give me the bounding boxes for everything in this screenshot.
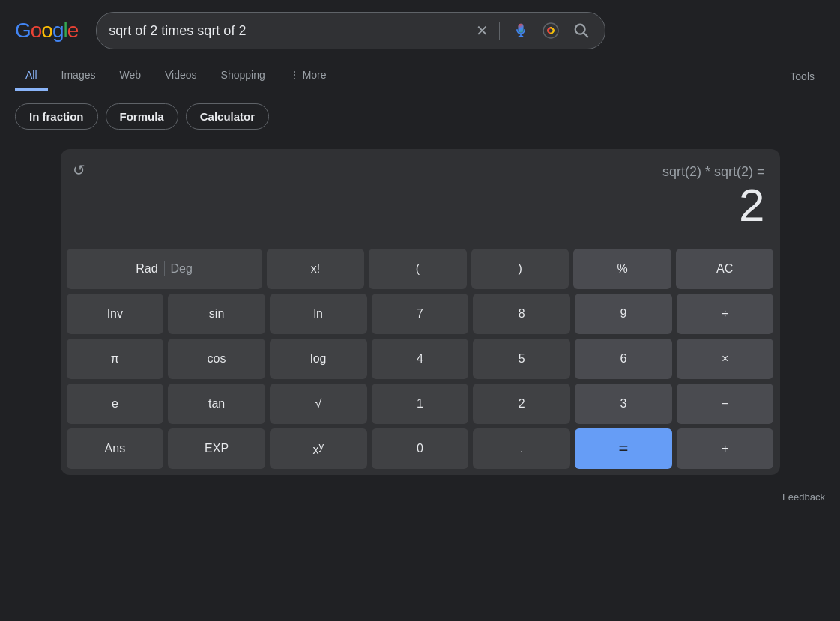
key-power[interactable]: xy <box>270 428 367 469</box>
calculator: ↺ sqrt(2) * sqrt(2) = 2 Rad Deg x! ( ) %… <box>46 149 795 475</box>
history-icon[interactable]: ↺ <box>73 161 85 179</box>
key-7[interactable]: 7 <box>372 294 469 334</box>
nav-item-web[interactable]: Web <box>109 61 151 91</box>
key-add[interactable]: + <box>677 428 774 469</box>
calc-keypad: Rad Deg x! ( ) % AC Inv sin ln 7 8 9 ÷ π… <box>61 243 780 475</box>
lens-button[interactable] <box>539 19 563 43</box>
key-row-4: e tan √ 1 2 3 − <box>67 384 774 424</box>
key-e[interactable]: e <box>67 384 164 424</box>
nav-item-shopping[interactable]: Shopping <box>211 61 276 91</box>
search-divider <box>499 22 500 40</box>
key-row-2: Inv sin ln 7 8 9 ÷ <box>67 294 774 334</box>
key-pi[interactable]: π <box>67 339 164 379</box>
key-row-3: π cos log 4 5 6 × <box>67 339 774 379</box>
key-inv[interactable]: Inv <box>67 294 164 334</box>
search-bar: ✕ <box>96 12 605 49</box>
key-8[interactable]: 8 <box>473 294 570 334</box>
key-multiply[interactable]: × <box>677 339 774 379</box>
key-subtract[interactable]: − <box>677 384 774 424</box>
mic-button[interactable] <box>510 20 531 41</box>
deg-label: Deg <box>171 262 193 276</box>
key-sin[interactable]: sin <box>168 294 265 334</box>
key-3[interactable]: 3 <box>575 384 672 424</box>
rad-deg-divider <box>164 261 165 276</box>
key-ac[interactable]: AC <box>676 249 774 289</box>
rad-deg-toggle[interactable]: Rad Deg <box>67 249 262 289</box>
nav-tools[interactable]: Tools <box>779 63 825 90</box>
nav-item-images[interactable]: Images <box>51 61 106 91</box>
key-5[interactable]: 5 <box>473 339 570 379</box>
key-4[interactable]: 4 <box>372 339 469 379</box>
key-exp[interactable]: EXP <box>168 428 265 469</box>
chip-in-fraction[interactable]: In fraction <box>15 103 98 130</box>
key-1[interactable]: 1 <box>372 384 469 424</box>
key-cos[interactable]: cos <box>168 339 265 379</box>
calc-expression: sqrt(2) * sqrt(2) = <box>76 161 765 180</box>
key-tan[interactable]: tan <box>168 384 265 424</box>
key-6[interactable]: 6 <box>575 339 672 379</box>
close-icon[interactable]: ✕ <box>476 22 489 40</box>
key-9[interactable]: 9 <box>575 294 672 334</box>
key-0[interactable]: 0 <box>372 428 469 469</box>
key-sqrt[interactable]: √ <box>270 384 367 424</box>
rad-label: Rad <box>136 262 157 276</box>
key-open-paren[interactable]: ( <box>369 249 467 289</box>
key-divide[interactable]: ÷ <box>677 294 774 334</box>
key-decimal[interactable]: . <box>473 428 570 469</box>
chip-formula[interactable]: Formula <box>106 103 178 130</box>
svg-point-2 <box>543 23 558 38</box>
svg-line-4 <box>584 33 588 37</box>
nav-item-all[interactable]: All <box>15 61 48 91</box>
key-2[interactable]: 2 <box>473 384 570 424</box>
key-row-1: Rad Deg x! ( ) % AC <box>67 249 774 289</box>
filter-bar: In fraction Formula Calculator <box>0 91 840 142</box>
calc-result: 2 <box>76 180 765 231</box>
header: Google ✕ <box>0 0 840 61</box>
search-input[interactable] <box>109 23 468 39</box>
key-factorial[interactable]: x! <box>267 249 365 289</box>
nav-bar: All Images Web Videos Shopping ⋮ More To… <box>0 61 840 91</box>
search-button[interactable] <box>570 19 593 42</box>
feedback-link[interactable]: Feedback <box>0 482 840 512</box>
key-percent[interactable]: % <box>573 249 671 289</box>
nav-item-videos[interactable]: Videos <box>154 61 208 91</box>
key-ln[interactable]: ln <box>270 294 367 334</box>
key-equals[interactable]: = <box>575 428 672 469</box>
key-ans[interactable]: Ans <box>67 428 164 469</box>
key-row-5: Ans EXP xy 0 . = + <box>67 428 774 469</box>
calc-display: ↺ sqrt(2) * sqrt(2) = 2 <box>61 149 780 243</box>
chip-calculator[interactable]: Calculator <box>186 103 269 130</box>
nav-item-more[interactable]: ⋮ More <box>279 61 337 91</box>
google-logo: Google <box>15 19 78 43</box>
key-close-paren[interactable]: ) <box>471 249 569 289</box>
key-log[interactable]: log <box>270 339 367 379</box>
